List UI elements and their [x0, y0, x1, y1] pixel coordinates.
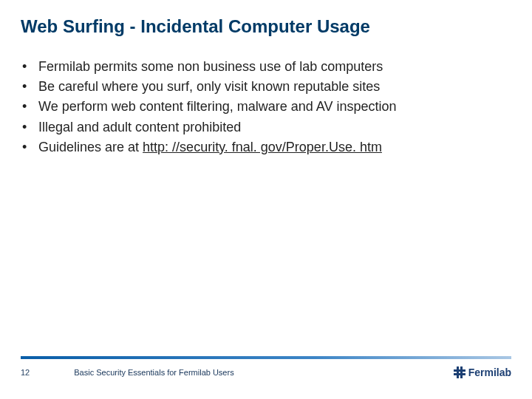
list-item: • Illegal and adult content prohibited	[21, 118, 511, 137]
bullet-dot: •	[21, 78, 38, 96]
guidelines-link[interactable]: http: //security. fnal. gov/Proper.Use. …	[143, 140, 382, 154]
bullet-text: We perform web content filtering, malwar…	[38, 98, 511, 116]
slide-title: Web Surfing - Incidental Computer Usage	[21, 16, 511, 37]
svg-rect-2	[454, 369, 466, 372]
slide: Web Surfing - Incidental Computer Usage …	[0, 0, 532, 399]
bullet-text: Be careful where you surf, only visit kn…	[38, 78, 511, 96]
list-item: • We perform web content filtering, malw…	[21, 98, 511, 116]
bullet-dot: •	[21, 98, 38, 116]
bullet-text: Guidelines are at http: //security. fnal…	[38, 138, 511, 157]
logo-text: Fermilab	[468, 366, 511, 378]
list-item: • Guidelines are at http: //security. fn…	[21, 138, 511, 157]
footer-row: 12 Basic Security Essentials for Fermila…	[21, 366, 511, 378]
fermilab-logo-icon	[454, 366, 466, 378]
svg-rect-3	[454, 373, 466, 375]
footer: 12 Basic Security Essentials for Fermila…	[21, 356, 511, 378]
fermilab-logo: Fermilab	[454, 366, 511, 378]
bullet-dot: •	[21, 58, 38, 76]
svg-rect-0	[457, 366, 459, 378]
list-item: • Fermilab permits some non business use…	[21, 58, 511, 76]
svg-rect-1	[460, 366, 463, 378]
footer-title: Basic Security Essentials for Fermilab U…	[74, 368, 233, 377]
bullet-list: • Fermilab permits some non business use…	[21, 58, 511, 157]
bullet-dot: •	[21, 118, 38, 137]
bullet-text: Fermilab permits some non business use o…	[38, 58, 511, 76]
bullet-dot: •	[21, 138, 38, 157]
footer-rule	[21, 356, 511, 359]
page-number: 12	[21, 368, 30, 377]
list-item: • Be careful where you surf, only visit …	[21, 78, 511, 96]
footer-left: 12 Basic Security Essentials for Fermila…	[21, 368, 234, 377]
bullet-prefix: Guidelines are at	[38, 140, 143, 154]
bullet-text: Illegal and adult content prohibited	[38, 118, 511, 137]
